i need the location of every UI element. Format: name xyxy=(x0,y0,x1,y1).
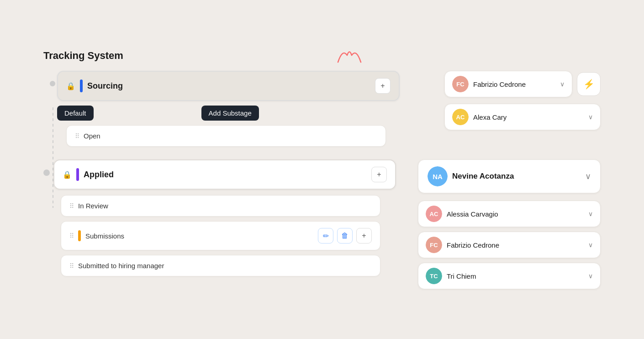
applied-stage-card: 🔒 Applied + xyxy=(53,159,396,190)
nevine-chevron: ∨ xyxy=(585,171,591,181)
alexa-name: Alexa Cary xyxy=(473,113,584,121)
default-tooltip: Default xyxy=(57,106,94,121)
fabrizio2-avatar: FC xyxy=(426,237,442,253)
sourcing-color-bar xyxy=(80,79,83,92)
fabrizio-chevron: ∨ xyxy=(560,80,565,88)
submissions-color-bar xyxy=(78,230,81,241)
tri-avatar: TC xyxy=(426,268,442,284)
alessia-avatar: AC xyxy=(426,206,442,222)
substage-card-open: ⠿ Open xyxy=(66,125,386,147)
drag-icon-in-review: ⠿ xyxy=(69,202,74,210)
alexa-chevron: ∨ xyxy=(588,113,593,121)
in-review-assignee[interactable]: AC Alessia Carvagio ∨ xyxy=(418,201,601,227)
substage-row-open: ⠿ Open xyxy=(66,125,439,147)
alessia-chevron: ∨ xyxy=(588,210,593,217)
sourcing-add-button[interactable]: + xyxy=(375,78,391,94)
applied-lock-icon: 🔒 xyxy=(63,170,72,179)
drag-icon-submissions: ⠿ xyxy=(69,232,74,239)
substage-label-in-review: In Review xyxy=(78,202,108,210)
nevine-name: Nevine Acotanza xyxy=(452,172,581,181)
substage-row-in-review: ⠿ In Review xyxy=(61,195,412,217)
alessia-name: Alessia Carvagio xyxy=(447,210,584,218)
substage-card-submissions: ⠿ Submissions ✏ 🗑 + xyxy=(61,221,380,250)
substage-label-submitted: Submitted to hiring manager xyxy=(78,262,164,270)
substage-card-in-review: ⠿ In Review xyxy=(61,195,380,217)
add-substage-tooltip: Add Substage xyxy=(201,106,259,121)
sourcing-assignee-fabrizio[interactable]: FC Fabrizio Cedrone ∨ xyxy=(444,71,572,97)
page-title: Tracking System xyxy=(43,50,601,62)
crown-decoration xyxy=(336,46,363,64)
applied-main-assignee[interactable]: NA Nevine Acotanza ∨ xyxy=(418,159,601,193)
substage-row-submissions: ⠿ Submissions ✏ 🗑 + xyxy=(61,221,412,250)
applied-add-button[interactable]: + xyxy=(371,167,387,182)
fabrizio2-chevron: ∨ xyxy=(588,241,593,249)
sourcing-assignee-alexa[interactable]: AC Alexa Cary ∨ xyxy=(444,104,601,130)
sourcing-stage-card: 🔒 Sourcing + xyxy=(57,71,400,101)
submitted-assignee[interactable]: TC Tri Chiem ∨ xyxy=(418,263,601,289)
tri-chevron: ∨ xyxy=(588,272,593,280)
fabrizio2-name: Fabrizio Cedrone xyxy=(447,241,584,249)
substage-label-submissions: Submissions xyxy=(85,232,124,240)
submissions-add-button[interactable]: + xyxy=(356,228,372,244)
substage-label-open: Open xyxy=(84,132,100,140)
drag-icon-submitted: ⠿ xyxy=(69,262,74,270)
sourcing-dot xyxy=(50,81,55,86)
substage-row-submitted: ⠿ Submitted to hiring manager xyxy=(61,255,412,276)
fabrizio-avatar: FC xyxy=(452,76,469,92)
applied-color-bar xyxy=(76,168,79,181)
lightning-button[interactable]: ⚡ xyxy=(577,72,601,96)
sourcing-title: Sourcing xyxy=(87,81,370,91)
applied-dot xyxy=(43,170,50,176)
submissions-assignee[interactable]: FC Fabrizio Cedrone ∨ xyxy=(418,232,601,258)
drag-icon-open: ⠿ xyxy=(75,132,79,140)
nevine-avatar: NA xyxy=(428,166,448,186)
fabrizio-name: Fabrizio Cedrone xyxy=(473,80,555,88)
substage-card-submitted: ⠿ Submitted to hiring manager xyxy=(61,255,380,276)
submissions-delete-button[interactable]: 🗑 xyxy=(337,228,353,244)
tri-name: Tri Chiem xyxy=(447,272,584,280)
applied-title: Applied xyxy=(84,170,367,180)
alexa-avatar: AC xyxy=(452,109,469,125)
sourcing-lock-icon: 🔒 xyxy=(66,82,75,90)
submissions-edit-button[interactable]: ✏ xyxy=(318,228,333,244)
